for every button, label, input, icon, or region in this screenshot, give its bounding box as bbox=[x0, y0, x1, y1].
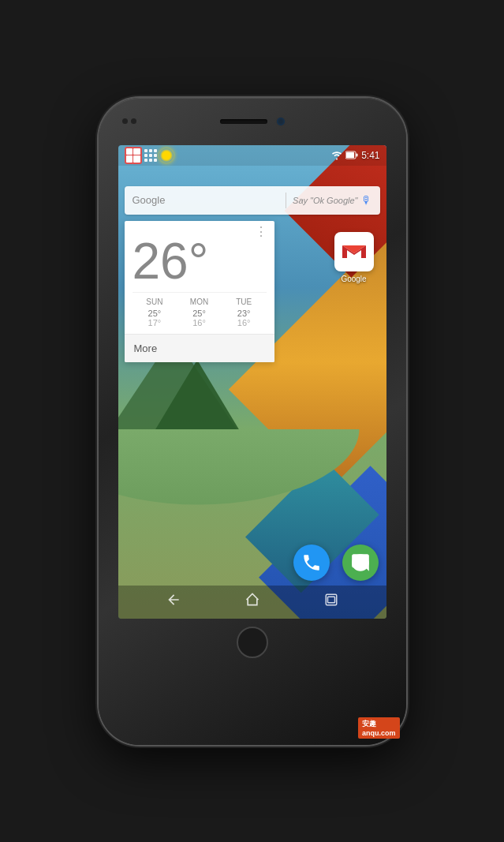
grid-dot-1 bbox=[144, 149, 147, 152]
mountain-mid bbox=[150, 360, 245, 439]
grid-dot-7 bbox=[144, 159, 147, 162]
google-logo-text: Google bbox=[133, 194, 280, 206]
weather-day-high-tue: 23° bbox=[222, 309, 267, 318]
weather-sun-icon bbox=[159, 148, 174, 163]
hangouts-icon bbox=[350, 552, 371, 573]
home-button[interactable] bbox=[245, 592, 260, 612]
phone-app-icon[interactable] bbox=[293, 544, 330, 581]
svg-rect-2 bbox=[346, 152, 354, 158]
grid-row-2 bbox=[144, 154, 157, 157]
indicator-dot-2 bbox=[131, 118, 136, 124]
recents-button[interactable] bbox=[324, 593, 338, 611]
phone-device: 5:41 Google Say "Ok Google" 🎙 ⋮ 26° SUN … bbox=[99, 98, 406, 745]
weather-more-button[interactable]: More bbox=[125, 334, 274, 362]
phone-camera bbox=[277, 118, 285, 125]
physical-home-button[interactable] bbox=[237, 627, 268, 658]
weather-widget[interactable]: ⋮ 26° SUN 25° 17° MON 25° 16° TUE bbox=[125, 221, 274, 362]
wifi-icon bbox=[331, 151, 342, 160]
phone-bottom-bar bbox=[99, 619, 406, 666]
weather-day-name-mon: MON bbox=[177, 298, 222, 306]
app-icon-grid[interactable] bbox=[144, 149, 157, 162]
weather-day-tue: TUE 23° 16° bbox=[222, 298, 267, 327]
brick-cell-1 bbox=[126, 148, 133, 155]
status-right: 5:41 bbox=[331, 150, 379, 161]
app-icon-brick[interactable] bbox=[125, 147, 142, 164]
svg-rect-1 bbox=[357, 154, 358, 157]
weather-day-high-mon: 25° bbox=[177, 309, 222, 318]
phone-icon bbox=[301, 552, 322, 573]
microphone-icon[interactable]: 🎙 bbox=[361, 194, 372, 207]
hangouts-app-icon[interactable] bbox=[342, 544, 379, 581]
svg-rect-8 bbox=[328, 597, 335, 603]
battery-icon bbox=[345, 151, 358, 159]
weather-day-name-sun: SUN bbox=[133, 298, 177, 306]
weather-day-low-mon: 16° bbox=[177, 318, 222, 327]
weather-days-row: SUN 25° 17° MON 25° 16° TUE 23° 16° bbox=[133, 292, 267, 331]
weather-day-sun: SUN 25° 17° bbox=[133, 298, 177, 327]
grid-dot-4 bbox=[144, 154, 147, 157]
gmail-logo bbox=[341, 241, 368, 262]
gmail-app-icon[interactable] bbox=[334, 232, 374, 271]
right-app-area: Google bbox=[334, 232, 374, 283]
phone-indicator-dots bbox=[122, 118, 136, 124]
weather-day-high-sun: 25° bbox=[133, 309, 177, 318]
grid-dot-9 bbox=[154, 159, 157, 162]
phone-screen: 5:41 Google Say "Ok Google" 🎙 ⋮ 26° SUN … bbox=[118, 145, 386, 619]
brick-cell-4 bbox=[133, 155, 140, 163]
weather-day-low-tue: 16° bbox=[222, 318, 267, 327]
back-button[interactable] bbox=[166, 592, 181, 612]
grid-row-3 bbox=[144, 159, 157, 162]
phone-top-bar bbox=[99, 98, 406, 145]
brick-cell-3 bbox=[126, 155, 133, 163]
navigation-bar bbox=[118, 586, 386, 619]
grid-dot-3 bbox=[154, 149, 157, 152]
weather-day-low-sun: 17° bbox=[133, 318, 177, 327]
grid-dot-6 bbox=[154, 154, 157, 157]
weather-more-dots[interactable]: ⋮ bbox=[255, 226, 268, 238]
grid-dot-2 bbox=[149, 149, 152, 152]
grid-row-1 bbox=[144, 149, 157, 152]
weather-day-mon: MON 25° 16° bbox=[177, 298, 222, 327]
phone-speaker bbox=[220, 119, 267, 124]
status-bar: 5:41 bbox=[118, 145, 386, 166]
bottom-apps-row bbox=[293, 544, 379, 581]
grid-dot-5 bbox=[149, 154, 152, 157]
google-search-bar[interactable]: Google Say "Ok Google" 🎙 bbox=[125, 186, 380, 215]
weather-widget-top: ⋮ 26° SUN 25° 17° MON 25° 16° TUE bbox=[125, 221, 274, 334]
watermark: 安趣 anqu.com bbox=[358, 717, 400, 739]
search-divider bbox=[286, 193, 286, 208]
weather-temperature: 26° bbox=[133, 234, 267, 289]
status-left bbox=[125, 147, 332, 164]
grid-dot-8 bbox=[149, 159, 152, 162]
weather-day-name-tue: TUE bbox=[222, 298, 267, 306]
gmail-app-label: Google bbox=[341, 275, 366, 283]
brick-cell-2 bbox=[133, 148, 140, 155]
status-time: 5:41 bbox=[361, 150, 379, 161]
ok-google-text: Say "Ok Google" bbox=[293, 196, 357, 205]
indicator-dot-1 bbox=[122, 118, 128, 124]
